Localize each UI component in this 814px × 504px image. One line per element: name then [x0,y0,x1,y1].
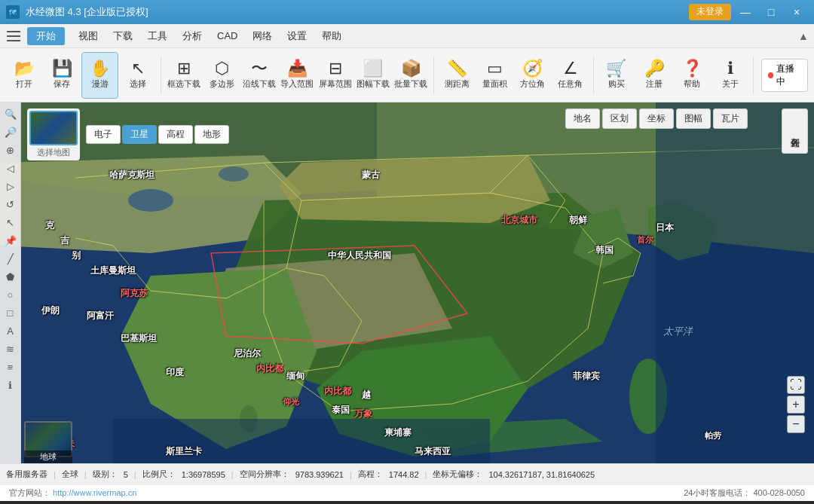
coverage-label: 全球 [62,469,78,480]
login-button[interactable]: 未登录 [689,4,731,20]
map-thumbnail-label: 选择地图 [29,147,78,158]
task-list-button[interactable]: 任务列表 [782,108,808,154]
buy-button[interactable]: 🛒 购买 [598,52,635,99]
select-tool[interactable]: ↖ [2,214,19,231]
open-label: 打开 [16,78,32,90]
coord-label: 坐标无偏移： [433,469,482,480]
menu-download[interactable]: 下载 [106,26,140,46]
register-icon: 🔑 [644,60,665,77]
elevation-label: 高程： [358,469,383,480]
app-title: 水经微图 4.3 [企业版已授权] [26,5,148,19]
district-button[interactable]: 区划 [602,108,637,129]
menu-help[interactable]: 帮助 [314,26,349,46]
pan-button[interactable]: ✋ 漫游 [81,52,118,99]
coordinate-button[interactable]: 坐标 [639,108,674,129]
placename-button[interactable]: 地名 [565,108,600,129]
hamburger-menu[interactable] [3,26,24,47]
polygon-button[interactable]: ⬡ 多边形 [204,52,240,99]
fullscreen-button[interactable]: ⛶ [787,376,805,394]
bearing-button[interactable]: 🧭 方位角 [514,52,550,99]
menu-cad[interactable]: CAD [210,27,245,44]
bearing-icon: 🧭 [522,60,543,77]
select-button[interactable]: ↖ 选择 [120,52,156,99]
zoom-in-button[interactable]: + [787,396,805,414]
area-button[interactable]: ▭ 量面积 [476,52,513,99]
line-tool[interactable]: ╱ [2,250,19,267]
pan-label: 漫游 [92,78,109,90]
free-angle-icon: ∠ [563,60,578,77]
help-button[interactable]: ❓ 帮助 [674,52,710,99]
scale-value: 1:36978595 [182,470,225,479]
info-tool[interactable]: ℹ [2,377,19,393]
svg-point-4 [219,166,249,182]
free-angle-label: 任意角 [558,78,583,90]
save-button[interactable]: 💾 保存 [44,52,80,99]
select-icon: ↖ [131,60,145,77]
minimize-button[interactable]: — [734,4,757,20]
open-icon: 📂 [14,60,35,77]
next-extent-tool[interactable]: ▷ [2,178,19,194]
distance-label: 测距离 [445,78,470,90]
titlebar: 🗺 水经微图 4.3 [企业版已授权] 未登录 — □ × [0,0,814,24]
distance-button[interactable]: 📏 测距离 [439,52,475,99]
globe-label: 地球 [24,451,72,463]
frame-download-button[interactable]: ⊞ 框选下载 [166,52,202,99]
map-container[interactable]: 🔍 🔎 ⊕ ◁ ▷ ↺ ↖ 📌 ╱ ⬟ ○ □ A ≋ ≡ ℹ 选择地图 电子 … [0,102,814,463]
tile-button[interactable]: 瓦片 [713,108,748,129]
batch-dl-label: 批量下载 [394,78,427,90]
left-toolbar: 🔍 🔎 ⊕ ◁ ▷ ↺ ↖ 📌 ╱ ⬟ ○ □ A ≋ ≡ ℹ [0,102,21,463]
menu-view[interactable]: 视图 [71,26,106,46]
close-button[interactable]: × [785,4,808,20]
zoom-controls: ⛶ + − [787,376,805,433]
tab-terrain[interactable]: 地形 [194,125,229,144]
footer: 官方网站： http://www.rivermap.cn 24小时客服电话： 4… [0,484,814,501]
start-menu-button[interactable]: 开始 [27,27,65,45]
zoom-out-tool[interactable]: 🔎 [2,124,19,140]
circle-tool[interactable]: ○ [2,286,19,303]
register-label: 注册 [646,78,663,90]
level-value: 5 [124,470,128,479]
resolution-value: 9783.939621 [295,470,344,479]
menu-settings[interactable]: 设置 [280,26,314,46]
bearing-label: 方位角 [520,78,545,90]
maximize-button[interactable]: □ [760,4,782,20]
area-label: 量面积 [482,78,507,90]
import-range-icon: 📥 [287,60,308,77]
tab-electronic[interactable]: 电子 [86,125,121,144]
about-icon: ℹ [727,60,733,77]
rect-tool[interactable]: □ [2,304,19,321]
website-link[interactable]: http://www.rivermap.cn [53,488,136,497]
import-range-button[interactable]: 📥 导入范围 [279,52,315,99]
polygon-tool[interactable]: ⬟ [2,268,19,285]
rotate-tool[interactable]: ↺ [2,196,19,212]
zoom-out-button[interactable]: − [787,415,805,433]
menu-analysis[interactable]: 分析 [175,26,210,46]
frame-button[interactable]: 图幅 [676,108,711,129]
frame-dl2-icon: ⬜ [363,60,383,77]
layer-tool[interactable]: ≡ [2,359,19,375]
batch-download-button[interactable]: 📦 批量下载 [393,52,429,99]
screen-range-button[interactable]: ⊟ 屏幕范围 [317,52,353,99]
menu-network[interactable]: 网络 [245,26,280,46]
tab-satellite[interactable]: 卫星 [122,125,157,144]
zoom-in-tool[interactable]: 🔍 [2,105,19,122]
map-thumbnail[interactable] [29,111,78,145]
text-tool[interactable]: A [2,322,19,339]
previous-extent-tool[interactable]: ◁ [2,160,19,176]
open-button[interactable]: 📂 打开 [6,52,42,99]
free-angle-button[interactable]: ∠ 任意角 [552,52,589,99]
collapse-ribbon-button[interactable]: ▲ [796,29,811,44]
tab-elevation[interactable]: 高程 [158,125,193,144]
frame-dl2-button[interactable]: ⬜ 图幅下载 [355,52,391,99]
about-button[interactable]: ℹ 关于 [711,52,748,99]
register-button[interactable]: 🔑 注册 [636,52,672,99]
line-download-button[interactable]: 〜 沿线下载 [241,52,277,99]
frame-dl-label: 框选下载 [167,78,200,90]
full-extent-tool[interactable]: ⊕ [2,142,19,158]
contour-tool[interactable]: ≋ [2,341,19,357]
elevation-value: 1744.82 [389,470,419,479]
live-button[interactable]: 直播中 [761,59,808,92]
menu-tools[interactable]: 工具 [140,26,175,46]
level-label: 级别： [93,469,118,480]
pin-tool[interactable]: 📌 [2,232,19,249]
